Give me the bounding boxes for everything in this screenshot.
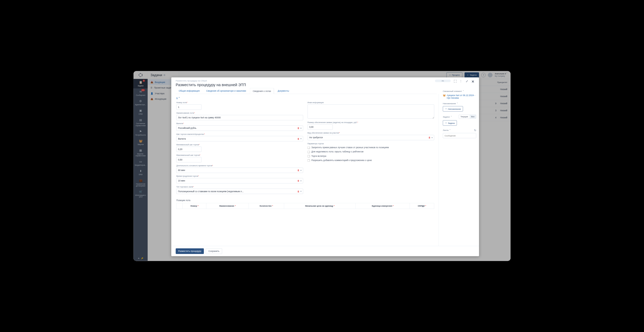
chevron-up-icon: ˄	[179, 97, 180, 99]
modal-footer: Разместить процедуру Сохранить	[171, 246, 479, 256]
task-filter-segment[interactable]: Текущие Все	[459, 115, 476, 119]
map-icon[interactable]: ⛶	[453, 80, 457, 83]
chevron-down-icon: ▾	[300, 127, 302, 129]
field-extend: Время продления торгов* 10 мин🗑▾	[176, 175, 303, 184]
field-currency: Валюта* Российский рубль🗑▾	[176, 123, 303, 131]
field-guarantee: Вид обеспечения заявки на участие* Не тр…	[308, 132, 434, 140]
close-icon[interactable]: ✕	[471, 80, 475, 84]
other-info-textarea[interactable]	[308, 104, 434, 119]
field-duration: Длительность основного времени торгов* 6…	[176, 165, 303, 173]
tab-lots[interactable]: Сведения о лотах	[250, 88, 274, 94]
save-button[interactable]: Сохранить	[206, 248, 222, 254]
field-deposit: Размер обеспечения заявки (задатка) на п…	[308, 121, 434, 130]
params-label: Параметры торгов	[308, 142, 434, 145]
seg-current[interactable]: Текущие	[459, 115, 470, 118]
seg-all[interactable]: Все	[470, 115, 476, 118]
chevron-up-icon: ˄	[449, 129, 450, 131]
menu-icon[interactable]: ⋮	[459, 80, 463, 83]
duration-select[interactable]: 60 мин🗑▾	[176, 168, 303, 173]
basket-icon: 🧺	[443, 94, 446, 97]
check-blind[interactable]: Торги вслепую	[308, 155, 434, 157]
breadcrumb: Разместить процедуру на СберА	[176, 80, 432, 82]
min-step-input[interactable]	[176, 147, 201, 152]
tab-documents[interactable]: Документы	[275, 88, 292, 94]
tab-general[interactable]: Общая информация	[176, 88, 203, 94]
chevron-up-icon: ˄	[463, 90, 464, 92]
currency-select[interactable]: Российский рубль🗑▾	[176, 125, 303, 131]
chevron-down-icon: ▾	[432, 137, 433, 139]
add-reminder-button[interactable]: ＋ Напоминание	[443, 106, 463, 111]
submit-button[interactable]: Разместить процедуру	[176, 248, 204, 254]
modal-dialog: Разместить процедуру на СберА Разместить…	[171, 78, 479, 256]
lot-heading[interactable]: 1 ˄	[176, 97, 434, 99]
progress-bar: 0%	[435, 80, 451, 82]
modal-side-panel: Связанный элемент ˄ 🧺Аукцион №4 от 06.12…	[440, 88, 479, 246]
expand-icon[interactable]: ⤢	[465, 80, 469, 83]
chevron-down-icon: ▾	[300, 180, 302, 182]
positions-table: Номер * Наименование * Количество * Нача…	[176, 203, 434, 209]
trash-icon[interactable]: 🗑	[297, 180, 299, 182]
trash-icon[interactable]: 🗑	[297, 127, 299, 129]
message-input[interactable]	[443, 133, 476, 138]
reminders-label[interactable]: Напоминания ˄	[443, 102, 476, 104]
lot-name-input[interactable]	[176, 115, 303, 120]
trash-icon[interactable]: 🗑	[297, 190, 299, 192]
chevron-up-icon: ˄	[451, 115, 452, 118]
trash-icon[interactable]: 🗑	[428, 136, 431, 139]
check-hide-rating[interactable]: Для неделимого лота: скрыть таблицу с ре…	[308, 151, 434, 153]
positions-title: Позиции лота	[176, 199, 434, 202]
chevron-down-icon: ▾	[300, 138, 302, 140]
tab-bar: Общая информация Сведения об организатор…	[176, 88, 437, 94]
trash-icon[interactable]: 🗑	[297, 137, 299, 140]
tasks-label[interactable]: Задачи ˄	[443, 115, 452, 118]
hall-type-select[interactable]: Попозиционный со ставками по всем позици…	[176, 189, 303, 194]
field-hall-type: Тип торгового зала* Попозиционный со ста…	[176, 186, 303, 194]
chevron-down-icon: ▾	[300, 190, 302, 192]
feed-label[interactable]: Лента ˄	[443, 129, 450, 131]
check-allow-comment[interactable]: Разрешить добавлять комментарий к предло…	[308, 159, 434, 162]
step-type-select[interactable]: Валюта🗑▾	[176, 136, 303, 141]
chevron-down-icon: ▾	[300, 169, 302, 171]
field-other-info: Иная информация	[308, 101, 434, 119]
max-step-input[interactable]	[176, 157, 201, 162]
linked-label[interactable]: Связанный элемент ˄	[443, 90, 476, 92]
linked-item[interactable]: 🧺Аукцион №4 от 06.12.2024 - Орг.техника	[443, 94, 476, 99]
field-step-type: Шаг торгов в валюте/процентах* Валюта🗑▾	[176, 133, 303, 141]
extend-select[interactable]: 10 мин🗑▾	[176, 178, 303, 183]
refresh-icon[interactable]: ↻	[474, 129, 476, 132]
modal-title: Разместить процедуру на внешней ЭТП	[176, 82, 432, 87]
field-max-step: Максимальный шаг торгов*	[176, 154, 303, 162]
field-lot-number: Номер лота*	[176, 101, 303, 110]
field-lot-name: Наименование лота*	[176, 112, 303, 120]
chevron-up-icon: ˄	[457, 102, 458, 104]
guarantee-select[interactable]: Не требуется🗑▾	[308, 135, 434, 140]
check-equal-bids[interactable]: Запретить прием равных лучших ставок от …	[308, 146, 434, 149]
deposit-input[interactable]	[308, 124, 333, 130]
trash-icon[interactable]: 🗑	[297, 169, 299, 171]
add-task-button[interactable]: ＋ Задача	[443, 120, 457, 125]
field-min-step: Минимальный шаг торгов*	[176, 143, 303, 152]
lot-number-input[interactable]	[176, 104, 201, 110]
tab-organizer[interactable]: Сведения об организаторе и заказчике	[203, 88, 249, 94]
